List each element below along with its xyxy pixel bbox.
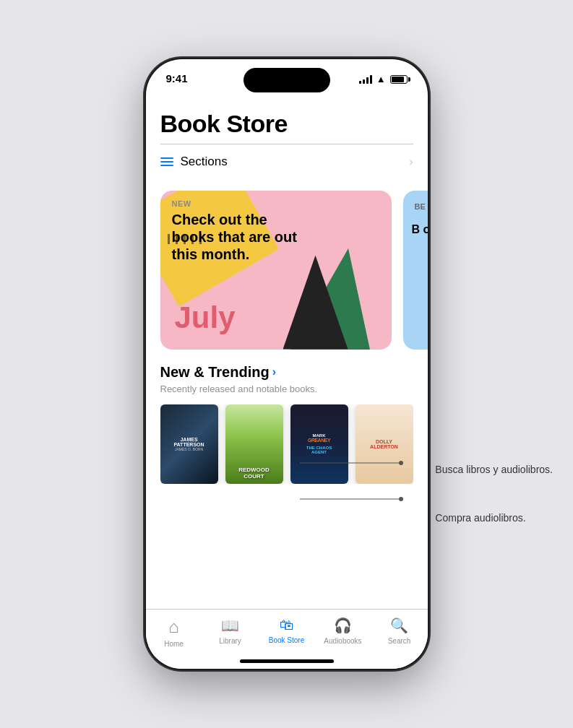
tab-library[interactable]: 📖 Library: [209, 617, 252, 645]
signal-icon: [359, 75, 372, 84]
home-icon: ⌂: [168, 617, 179, 637]
library-icon: 📖: [221, 617, 239, 634]
dynamic-island: [244, 68, 330, 92]
bookstore-icon: 🛍: [280, 617, 294, 633]
tab-audiobooks[interactable]: 🎧 Audiobooks: [322, 617, 365, 645]
card2-title: B o...: [403, 222, 428, 236]
trending-chevron-icon[interactable]: ›: [272, 365, 276, 378]
annotation-connector-svg: [257, 441, 415, 535]
svg-point-1: [399, 461, 403, 465]
tab-search-label: Search: [388, 637, 411, 645]
tab-audiobooks-label: Audiobooks: [324, 637, 361, 645]
tab-home-label: Home: [164, 640, 184, 648]
card-badge: NEW: [172, 199, 191, 208]
tab-home[interactable]: ⌂ Home: [152, 617, 196, 648]
annotation-area: Busca libros y audiolibros. Compra audio…: [435, 463, 553, 526]
tab-bookstore[interactable]: 🛍 Book Store: [265, 617, 309, 644]
book-item-1[interactable]: JAMES PATTERSON JAMES O. BORN: [160, 404, 218, 484]
sections-label: Sections: [181, 155, 228, 169]
tab-search[interactable]: 🔍 Search: [378, 617, 421, 645]
trending-subtitle: Recently released and notable books.: [160, 384, 413, 394]
sections-row[interactable]: Sections ›: [146, 144, 428, 179]
card2-badge: BE: [403, 191, 428, 222]
trending-title: New & Trending: [160, 364, 270, 381]
page-title: Book Store: [146, 103, 428, 144]
featured-cards[interactable]: NEW Check out the books that are out thi…: [146, 179, 428, 364]
trending-header: New & Trending ›: [160, 364, 413, 381]
audiobooks-icon: 🎧: [334, 617, 352, 634]
featured-card-1[interactable]: NEW Check out the books that are out thi…: [160, 191, 392, 350]
annotation-1: Busca libros y audiolibros.: [435, 463, 553, 477]
sections-chevron: ›: [409, 155, 413, 168]
phone-frame: 9:41 ▲ Book Store: [146, 59, 428, 669]
status-time: 9:41: [166, 72, 188, 84]
battery-icon: [390, 75, 408, 84]
status-icons: ▲: [359, 74, 408, 84]
hamburger-icon: [160, 157, 173, 166]
wifi-icon: ▲: [376, 74, 386, 84]
search-icon: 🔍: [390, 617, 408, 634]
svg-point-3: [399, 497, 403, 501]
card-title: Check out the books that are out this mo…: [172, 211, 302, 263]
home-indicator: [240, 659, 334, 663]
tab-library-label: Library: [219, 637, 241, 645]
tab-bookstore-label: Book Store: [269, 636, 304, 644]
annotation-2: Compra audiolibros.: [435, 511, 553, 526]
month-label: July: [175, 300, 236, 335]
featured-card-2[interactable]: BE B o...: [403, 191, 428, 350]
